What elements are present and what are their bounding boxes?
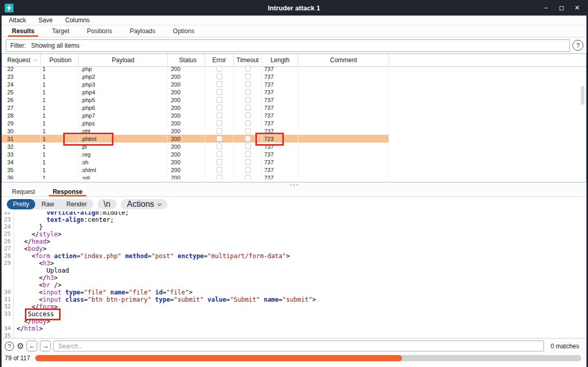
cell-position[interactable]: 1 (41, 88, 79, 96)
cell-timeout-checkbox[interactable] (245, 112, 251, 118)
cell-position[interactable]: 1 (41, 104, 79, 111)
cell-length[interactable]: 737 (262, 96, 298, 104)
cell-status[interactable]: 200 (168, 135, 205, 143)
gear-icon[interactable]: ⚙ (17, 342, 24, 351)
tab-target[interactable]: Target (52, 25, 69, 37)
cell-request[interactable]: 32 (2, 143, 41, 150)
table-row[interactable]: 291.phps200737 (2, 119, 389, 127)
raw-button[interactable]: Raw (35, 199, 60, 209)
cell-status[interactable]: 200 (168, 127, 205, 135)
cell-status[interactable]: 200 (168, 73, 205, 80)
cell-length[interactable]: 737 (262, 88, 298, 96)
table-row[interactable]: 261.php5200737 (2, 96, 389, 104)
cell-timeout-checkbox[interactable] (245, 128, 251, 134)
cell-error-checkbox[interactable] (217, 128, 222, 134)
cell-comment[interactable] (298, 119, 389, 127)
cell-error[interactable] (205, 119, 234, 127)
table-row[interactable]: 321.pl200737 (2, 143, 389, 150)
help-icon[interactable]: ? (572, 40, 583, 51)
tab-request[interactable]: Request (12, 187, 35, 196)
tab-results[interactable]: Results (12, 25, 34, 37)
cell-position[interactable]: 1 (41, 73, 79, 80)
cell-error-checkbox[interactable] (217, 112, 222, 118)
table-row[interactable]: 271.php6200737 (2, 104, 389, 111)
vertical-scrollbar-thumb[interactable] (581, 86, 584, 105)
cell-timeout[interactable] (234, 158, 262, 166)
cell-error[interactable] (205, 127, 234, 135)
cell-payload[interactable]: .pht (79, 127, 168, 135)
cell-status[interactable]: 200 (168, 119, 205, 127)
newline-toggle-button[interactable]: \n (97, 199, 117, 209)
cell-request[interactable]: 27 (2, 104, 41, 111)
cell-status[interactable]: 200 (168, 166, 205, 174)
cell-payload[interactable]: .sh (79, 158, 168, 166)
cell-comment[interactable] (298, 88, 389, 96)
cell-timeout[interactable] (234, 135, 262, 143)
cell-comment[interactable] (298, 65, 389, 73)
cell-timeout-checkbox[interactable] (245, 74, 251, 79)
cell-position[interactable]: 1 (41, 111, 79, 119)
cell-error[interactable] (205, 143, 234, 150)
filter-bar[interactable]: Filter: Showing all items (6, 39, 570, 52)
menu-save[interactable]: Save (38, 17, 52, 24)
cell-request[interactable]: 23 (2, 73, 41, 80)
cell-comment[interactable] (298, 96, 389, 104)
cell-error-checkbox[interactable] (217, 89, 222, 95)
cell-position[interactable]: 1 (41, 65, 79, 73)
cell-comment[interactable] (298, 104, 389, 111)
cell-timeout[interactable] (234, 143, 262, 150)
cell-timeout[interactable] (234, 96, 262, 104)
cell-status[interactable]: 200 (168, 65, 205, 73)
table-row[interactable]: 281.php7200737 (2, 111, 389, 119)
cell-request[interactable]: 30 (2, 127, 41, 135)
cell-error[interactable] (205, 65, 234, 73)
cell-error-checkbox[interactable] (217, 120, 222, 126)
cell-payload[interactable]: .php (79, 65, 168, 73)
cell-timeout-checkbox[interactable] (245, 105, 251, 110)
table-row[interactable]: 361.sql200737 (2, 174, 389, 179)
cell-length[interactable]: 737 (262, 119, 298, 127)
cell-comment[interactable] (298, 166, 389, 174)
cell-status[interactable]: 200 (168, 80, 205, 88)
cell-timeout-checkbox[interactable] (245, 97, 251, 103)
cell-error-checkbox[interactable] (217, 136, 222, 142)
tab-response[interactable]: Response (53, 187, 82, 196)
cell-status[interactable]: 200 (168, 158, 205, 166)
cell-position[interactable]: 1 (41, 150, 79, 158)
table-row[interactable]: 241.php3200737 (2, 80, 389, 88)
cell-timeout[interactable] (234, 150, 262, 158)
cell-error[interactable] (205, 73, 234, 80)
cell-request[interactable]: 26 (2, 96, 41, 104)
cell-payload[interactable]: .php2 (79, 73, 168, 80)
cell-error[interactable] (205, 135, 234, 143)
render-button[interactable]: Render (60, 199, 93, 209)
table-row[interactable]: 251.php4200737 (2, 88, 389, 96)
cell-error[interactable] (205, 111, 234, 119)
cell-status[interactable]: 200 (168, 88, 205, 96)
cell-position[interactable]: 1 (41, 135, 79, 143)
cell-length[interactable]: 737 (262, 80, 298, 88)
cell-comment[interactable] (298, 111, 389, 119)
cell-position[interactable]: 1 (41, 127, 79, 135)
cell-timeout-checkbox[interactable] (245, 136, 251, 142)
cell-status[interactable]: 200 (168, 104, 205, 111)
cell-position[interactable]: 1 (41, 80, 79, 88)
cell-request[interactable]: 34 (2, 158, 41, 166)
cell-length[interactable]: 737 (262, 143, 298, 150)
cell-request[interactable]: 28 (2, 111, 41, 119)
cell-error[interactable] (205, 104, 234, 111)
cell-position[interactable]: 1 (41, 174, 79, 179)
cell-request[interactable]: 24 (2, 80, 41, 88)
cell-length[interactable]: 737 (262, 104, 298, 111)
cell-length[interactable]: 737 (262, 111, 298, 119)
cell-comment[interactable] (298, 174, 389, 179)
cell-timeout[interactable] (234, 127, 262, 135)
search-help-icon[interactable]: ? (5, 342, 14, 351)
cell-comment[interactable] (298, 150, 389, 158)
cell-length[interactable]: 737 (262, 127, 298, 135)
cell-timeout[interactable] (234, 104, 262, 111)
cell-status[interactable]: 200 (168, 143, 205, 150)
cell-timeout[interactable] (234, 166, 262, 174)
cell-status[interactable]: 200 (168, 174, 205, 179)
cell-timeout[interactable] (234, 80, 262, 88)
